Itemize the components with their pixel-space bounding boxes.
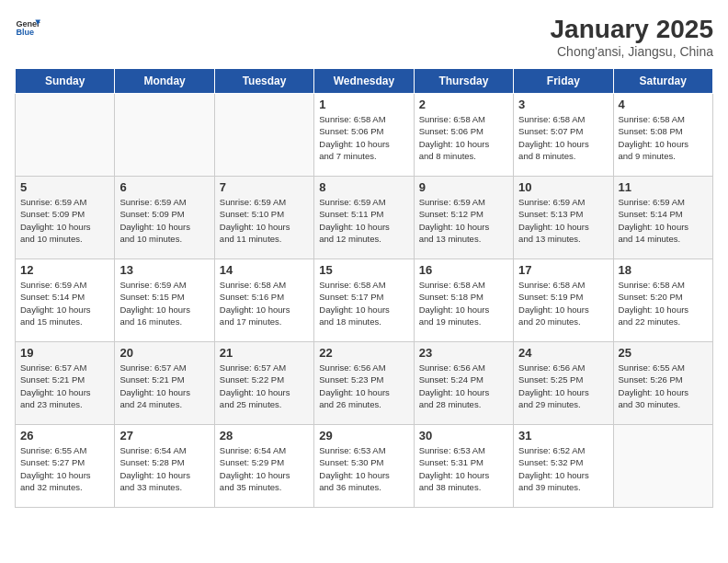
cell-info: Sunrise: 6:52 AM Sunset: 5:32 PM Dayligh… [518,444,608,493]
day-number: 2 [419,98,508,111]
calendar-cell: 21Sunrise: 6:57 AM Sunset: 5:22 PM Dayli… [214,342,313,425]
day-number: 10 [518,180,608,194]
calendar-cell: 31Sunrise: 6:52 AM Sunset: 5:32 PM Dayli… [514,425,613,508]
weekday-header: Wednesday [314,69,414,94]
calendar-cell: 9Sunrise: 6:59 AM Sunset: 5:12 PM Daylig… [414,177,513,259]
day-number: 3 [518,98,608,111]
calendar-cell: 15Sunrise: 6:58 AM Sunset: 5:17 PM Dayli… [314,259,414,342]
calendar-cell: 13Sunrise: 6:59 AM Sunset: 5:15 PM Dayli… [115,259,214,342]
cell-info: Sunrise: 6:59 AM Sunset: 5:12 PM Dayligh… [419,196,508,245]
calendar-cell: 11Sunrise: 6:59 AM Sunset: 5:14 PM Dayli… [613,177,712,259]
day-number: 24 [518,346,608,360]
calendar-cell: 29Sunrise: 6:53 AM Sunset: 5:30 PM Dayli… [314,425,414,508]
cell-info: Sunrise: 6:59 AM Sunset: 5:09 PM Dayligh… [20,196,109,245]
weekday-header: Saturday [613,69,712,94]
cell-info: Sunrise: 6:59 AM Sunset: 5:10 PM Dayligh… [220,196,309,245]
calendar-week-row: 5Sunrise: 6:59 AM Sunset: 5:09 PM Daylig… [16,177,713,259]
weekday-header: Friday [514,69,613,94]
cell-info: Sunrise: 6:58 AM Sunset: 5:18 PM Dayligh… [419,279,508,327]
calendar-cell: 19Sunrise: 6:57 AM Sunset: 5:21 PM Dayli… [16,342,115,425]
calendar-cell: 12Sunrise: 6:59 AM Sunset: 5:14 PM Dayli… [16,259,115,342]
day-number: 8 [319,180,408,194]
cell-info: Sunrise: 6:58 AM Sunset: 5:06 PM Dayligh… [419,113,508,162]
day-number: 31 [518,429,608,442]
day-number: 17 [518,263,608,277]
day-number: 27 [119,429,209,442]
cell-info: Sunrise: 6:55 AM Sunset: 5:26 PM Dayligh… [619,362,708,410]
calendar-cell: 23Sunrise: 6:56 AM Sunset: 5:24 PM Dayli… [414,342,513,425]
logo: General Blue General Blue [15,15,40,40]
day-number: 29 [319,429,408,442]
day-number: 30 [419,429,508,442]
day-number: 18 [619,263,708,277]
cell-info: Sunrise: 6:53 AM Sunset: 5:30 PM Dayligh… [319,444,408,493]
cell-info: Sunrise: 6:54 AM Sunset: 5:29 PM Dayligh… [220,444,309,493]
cell-info: Sunrise: 6:57 AM Sunset: 5:22 PM Dayligh… [220,362,309,410]
day-number: 23 [419,346,508,360]
calendar-cell [115,94,214,177]
title-block: January 2025 Chong'ansi, Jiangsu, China [551,15,713,59]
day-number: 5 [20,180,109,194]
calendar-cell: 5Sunrise: 6:59 AM Sunset: 5:09 PM Daylig… [16,177,115,259]
calendar-cell [613,425,712,508]
calendar-body: 1Sunrise: 6:58 AM Sunset: 5:06 PM Daylig… [16,94,713,508]
calendar-cell: 7Sunrise: 6:59 AM Sunset: 5:10 PM Daylig… [214,177,313,259]
weekday-header: Sunday [16,69,115,94]
calendar-cell: 27Sunrise: 6:54 AM Sunset: 5:28 PM Dayli… [115,425,214,508]
calendar-cell: 26Sunrise: 6:55 AM Sunset: 5:27 PM Dayli… [16,425,115,508]
calendar-cell: 20Sunrise: 6:57 AM Sunset: 5:21 PM Dayli… [115,342,214,425]
cell-info: Sunrise: 6:59 AM Sunset: 5:11 PM Dayligh… [319,196,408,245]
cell-info: Sunrise: 6:56 AM Sunset: 5:23 PM Dayligh… [319,362,408,410]
calendar-week-row: 19Sunrise: 6:57 AM Sunset: 5:21 PM Dayli… [16,342,713,425]
calendar-cell: 25Sunrise: 6:55 AM Sunset: 5:26 PM Dayli… [613,342,712,425]
cell-info: Sunrise: 6:59 AM Sunset: 5:13 PM Dayligh… [518,196,608,245]
day-number: 20 [119,346,209,360]
day-number: 13 [119,263,209,277]
day-number: 19 [20,346,109,360]
weekday-header-row: SundayMondayTuesdayWednesdayThursdayFrid… [16,69,713,94]
svg-text:Blue: Blue [16,28,34,37]
day-number: 14 [220,263,309,277]
calendar-cell: 28Sunrise: 6:54 AM Sunset: 5:29 PM Dayli… [214,425,313,508]
cell-info: Sunrise: 6:58 AM Sunset: 5:16 PM Dayligh… [220,279,309,327]
calendar-cell: 8Sunrise: 6:59 AM Sunset: 5:11 PM Daylig… [314,177,414,259]
day-number: 7 [220,180,309,194]
day-number: 4 [619,98,708,111]
day-number: 25 [619,346,708,360]
calendar-subtitle: Chong'ansi, Jiangsu, China [551,44,713,59]
cell-info: Sunrise: 6:56 AM Sunset: 5:24 PM Dayligh… [419,362,508,410]
logo-icon: General Blue [15,15,40,40]
day-number: 6 [119,180,209,194]
page-header: General Blue General Blue January 2025 C… [15,15,713,59]
weekday-header: Monday [115,69,214,94]
cell-info: Sunrise: 6:59 AM Sunset: 5:14 PM Dayligh… [619,196,708,245]
cell-info: Sunrise: 6:57 AM Sunset: 5:21 PM Dayligh… [119,362,209,410]
cell-info: Sunrise: 6:59 AM Sunset: 5:09 PM Dayligh… [119,196,209,245]
cell-info: Sunrise: 6:56 AM Sunset: 5:25 PM Dayligh… [518,362,608,410]
cell-info: Sunrise: 6:58 AM Sunset: 5:17 PM Dayligh… [319,279,408,327]
weekday-header: Thursday [414,69,513,94]
cell-info: Sunrise: 6:55 AM Sunset: 5:27 PM Dayligh… [20,444,109,493]
day-number: 16 [419,263,508,277]
cell-info: Sunrise: 6:58 AM Sunset: 5:19 PM Dayligh… [518,279,608,327]
calendar-week-row: 1Sunrise: 6:58 AM Sunset: 5:06 PM Daylig… [16,94,713,177]
calendar-cell: 10Sunrise: 6:59 AM Sunset: 5:13 PM Dayli… [514,177,613,259]
cell-info: Sunrise: 6:59 AM Sunset: 5:15 PM Dayligh… [119,279,209,327]
day-number: 11 [619,180,708,194]
day-number: 12 [20,263,109,277]
calendar-cell: 3Sunrise: 6:58 AM Sunset: 5:07 PM Daylig… [514,94,613,177]
day-number: 28 [220,429,309,442]
calendar-cell: 22Sunrise: 6:56 AM Sunset: 5:23 PM Dayli… [314,342,414,425]
day-number: 9 [419,180,508,194]
day-number: 22 [319,346,408,360]
cell-info: Sunrise: 6:53 AM Sunset: 5:31 PM Dayligh… [419,444,508,493]
calendar-cell: 6Sunrise: 6:59 AM Sunset: 5:09 PM Daylig… [115,177,214,259]
calendar-cell: 14Sunrise: 6:58 AM Sunset: 5:16 PM Dayli… [214,259,313,342]
calendar-cell [16,94,115,177]
calendar-cell: 1Sunrise: 6:58 AM Sunset: 5:06 PM Daylig… [314,94,414,177]
calendar-week-row: 26Sunrise: 6:55 AM Sunset: 5:27 PM Dayli… [16,425,713,508]
cell-info: Sunrise: 6:58 AM Sunset: 5:07 PM Dayligh… [518,113,608,162]
calendar-cell: 17Sunrise: 6:58 AM Sunset: 5:19 PM Dayli… [514,259,613,342]
calendar-cell: 30Sunrise: 6:53 AM Sunset: 5:31 PM Dayli… [414,425,513,508]
day-number: 15 [319,263,408,277]
